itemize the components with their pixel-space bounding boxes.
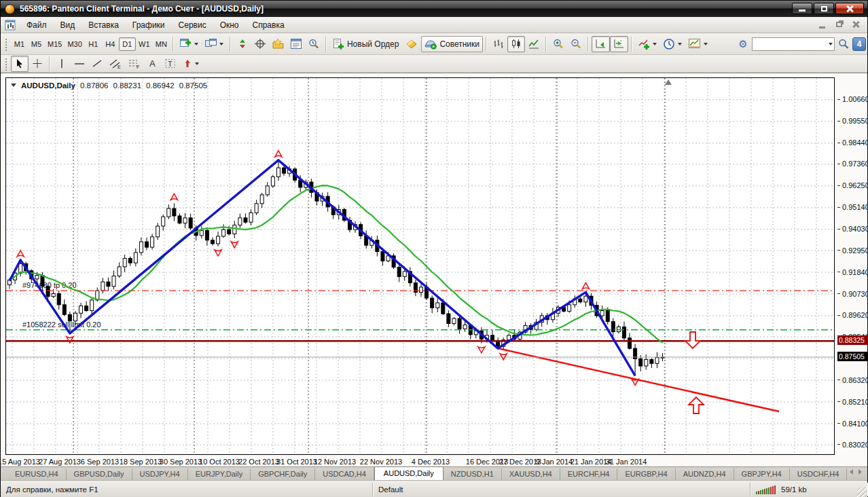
zoom-in-button[interactable]	[549, 36, 567, 52]
drawing-toolbar: E F A T	[1, 55, 867, 73]
menu-item-Справка[interactable]: Справка	[246, 18, 291, 32]
chart-tab-XAUUSD,H4[interactable]: XAUUSD,H4	[502, 468, 560, 480]
navigator-button[interactable]	[269, 36, 287, 52]
new-chart-button[interactable]	[177, 36, 202, 52]
chart-tab-EURUSD,H4[interactable]: EURUSD,H4	[7, 468, 67, 480]
chart-bars-button[interactable]	[490, 36, 507, 52]
chart-line-button[interactable]	[525, 36, 543, 52]
metaeditor-button[interactable]	[402, 36, 421, 52]
periods-button[interactable]	[660, 36, 685, 52]
title-bar: 565896: Panteon Client Terminal - Демо С…	[1, 1, 867, 17]
price-tick: 0.96250	[837, 181, 868, 190]
price-tick: 0.95140	[837, 203, 868, 212]
profiles-button[interactable]	[202, 36, 227, 52]
menu-item-Окно[interactable]: Окно	[213, 18, 246, 32]
new-order-button[interactable]: Новый Ордер	[329, 36, 402, 52]
timeframe-button-M1[interactable]: M1	[11, 37, 28, 51]
crosshair-tool-button[interactable]	[29, 56, 46, 72]
chart-tab-EURCHF,H4[interactable]: EURCHF,H4	[560, 468, 618, 480]
mdi-minimize-icon	[819, 26, 825, 29]
chart-shift-button[interactable]	[610, 36, 628, 52]
timeframe-button-W1[interactable]: W1	[136, 37, 153, 51]
time-tick: 31 Oct 2013	[276, 458, 317, 466]
mdi-minimize-button[interactable]	[816, 19, 828, 30]
price-tick: 0.97360	[837, 160, 868, 168]
chart-tab-GBPUSD,Daily[interactable]: GBPUSD,Daily	[67, 468, 132, 480]
symbol-collapse-icon[interactable]	[11, 84, 16, 90]
chart-tab-GBPCHF,Daily[interactable]: GBPCHF,Daily	[251, 468, 315, 480]
tabs-scroll-right-icon[interactable]	[858, 469, 865, 475]
time-axis[interactable]: 15 Aug 201327 Aug 20136 Sep 201318 Sep 2…	[5, 457, 836, 467]
menu-item-Файл[interactable]: Файл	[20, 18, 54, 32]
chart-tabs-bar: EURUSD,H4GBPUSD,DailyUSDJPY,H4EURJPY,Dai…	[1, 466, 867, 480]
vertical-line-tool-button[interactable]	[53, 56, 71, 72]
fibonacci-tool-button[interactable]: F	[125, 56, 144, 72]
resize-grip[interactable]	[857, 487, 867, 497]
indicators-icon	[638, 39, 650, 50]
chart-tab-USDCHF,H4[interactable]: USDCHF,H4	[790, 468, 848, 480]
search-dropdown-icon[interactable]	[829, 43, 833, 48]
timeframe-button-H4[interactable]: H4	[102, 37, 119, 51]
toolbar-grip[interactable]	[5, 57, 8, 71]
settings-gear-button[interactable]: ⚙	[734, 36, 752, 52]
terminal-button[interactable]	[287, 36, 305, 52]
timeframe-button-H1[interactable]: H1	[85, 37, 102, 51]
text-label-tool-button[interactable]: T	[162, 56, 179, 72]
auto-scroll-button[interactable]	[592, 36, 610, 52]
mdi-restore-button[interactable]	[833, 19, 845, 30]
menu-item-Вид[interactable]: Вид	[54, 18, 82, 32]
menu-item-Графики[interactable]: Графики	[126, 18, 172, 32]
trendline-tool-button[interactable]	[88, 56, 106, 72]
chart-tab-EURGBP,H4[interactable]: EURGBP,H4	[617, 468, 675, 480]
svg-text:F: F	[137, 65, 139, 69]
text-label-icon: T	[165, 58, 176, 69]
horizontal-line-tool-button[interactable]	[71, 56, 88, 72]
search-button[interactable]	[835, 36, 852, 52]
market-watch-button[interactable]	[234, 36, 251, 52]
cursor-tool-button[interactable]	[11, 56, 29, 72]
timeframe-button-MN[interactable]: MN	[153, 37, 170, 51]
timeframe-button-M30[interactable]: M30	[65, 37, 84, 51]
time-tick: 22 Nov 2013	[360, 458, 402, 466]
arrows-tool-button[interactable]	[179, 56, 202, 72]
toolbar-separator	[49, 56, 50, 71]
templates-button[interactable]	[685, 36, 711, 52]
chart-plot[interactable]: #974680 tp 0.20#1058222 sell limit 0.20	[5, 77, 835, 455]
experts-button[interactable]: Советники	[421, 36, 483, 52]
search-box	[752, 37, 835, 51]
zoom-out-button[interactable]	[567, 36, 585, 52]
timeframe-button-D1[interactable]: D1	[119, 37, 136, 51]
chart-tab-NZDUSD,H1[interactable]: NZDUSD,H1	[444, 468, 502, 480]
chart-tab-GBPJPY,H4[interactable]: GBPJPY,H4	[734, 468, 790, 480]
menu-item-Вставка[interactable]: Вставка	[82, 18, 126, 32]
close-button[interactable]	[835, 3, 864, 14]
chart-tab-AUDUSD,Daily[interactable]: AUDUSD,Daily	[374, 466, 444, 480]
price-axis[interactable]: 1.006600.995500.984400.973600.962500.951…	[837, 77, 868, 456]
channel-icon: E	[109, 58, 122, 69]
mdi-close-button[interactable]	[850, 19, 862, 30]
strategy-tester-button[interactable]	[305, 36, 323, 52]
notifications-button[interactable]: 4	[852, 37, 866, 51]
indicators-button[interactable]	[635, 36, 660, 52]
text-tool-button[interactable]: A	[144, 56, 162, 72]
timeframe-button-M15[interactable]: M15	[45, 37, 65, 51]
equidistant-channel-tool-button[interactable]: E	[106, 56, 125, 72]
timeframe-button-M5[interactable]: M5	[28, 37, 45, 51]
chart-tab-EURJPY,Daily[interactable]: EURJPY,Daily	[188, 468, 251, 480]
chart-tab-AUDNZD,H4[interactable]: AUDNZD,H4	[676, 468, 734, 480]
chart-candles-button[interactable]	[507, 36, 525, 52]
connection-status-icon[interactable]	[756, 485, 776, 494]
new-order-icon	[333, 39, 344, 50]
toolbar-grip[interactable]	[5, 37, 8, 51]
search-input[interactable]	[754, 39, 829, 49]
tabs-scroll-left-icon[interactable]	[847, 469, 853, 475]
menu-item-Сервис[interactable]: Сервис	[172, 18, 213, 32]
data-window-button[interactable]	[251, 36, 269, 52]
maximize-button[interactable]	[814, 3, 834, 14]
text-icon: A	[148, 58, 158, 69]
chart-document-icon[interactable]	[5, 20, 16, 31]
status-profile[interactable]: Default	[373, 483, 751, 496]
chart-tab-USDCAD,H4[interactable]: USDCAD,H4	[315, 468, 374, 480]
minimize-button[interactable]	[792, 3, 812, 14]
chart-tab-USDJPY,H4[interactable]: USDJPY,H4	[132, 468, 188, 480]
